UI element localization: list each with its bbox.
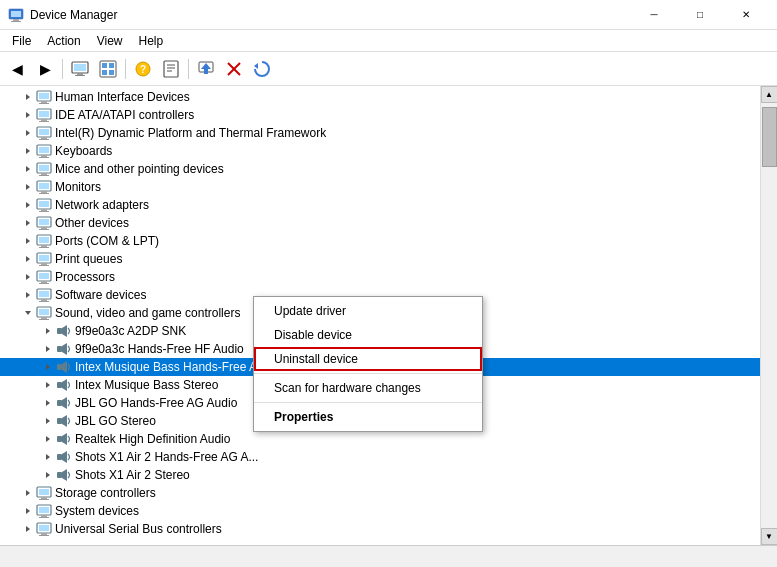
uninstall-toolbar-button[interactable] [221, 56, 247, 82]
tree-item-ports-com[interactable]: Ports (COM & LPT) [0, 232, 760, 250]
expand-icon-keyboards[interactable] [20, 143, 36, 159]
ctx-item-properties[interactable]: Properties [254, 405, 482, 429]
tree-label-usb-controllers: Universal Serial Bus controllers [55, 522, 222, 536]
close-button[interactable]: ✕ [723, 0, 769, 30]
expand-icon-ports-com[interactable] [20, 233, 36, 249]
expand-icon-print-queues[interactable] [20, 251, 36, 267]
show-resources-button[interactable] [95, 56, 121, 82]
svg-marker-39 [26, 148, 30, 154]
device-icon-realtek [56, 431, 72, 447]
device-icon-jbl-go [56, 413, 72, 429]
tree-item-mice[interactable]: Mice and other pointing devices [0, 160, 760, 178]
svg-marker-126 [26, 526, 30, 532]
svg-rect-15 [164, 61, 178, 77]
device-icon-intex-bass [56, 377, 72, 393]
app-icon [8, 7, 24, 23]
svg-text:?: ? [140, 64, 146, 75]
expand-icon-intex-bass-hf[interactable] [40, 359, 56, 375]
svg-rect-67 [41, 245, 47, 247]
menu-action[interactable]: Action [39, 32, 88, 50]
update-driver-toolbar-button[interactable] [193, 56, 219, 82]
svg-rect-46 [39, 165, 49, 171]
tree-item-ide-atapi[interactable]: IDE ATA/ATAPI controllers [0, 106, 760, 124]
device-icon-intel-dynamic [36, 125, 52, 141]
svg-marker-44 [26, 166, 30, 172]
expand-icon-sound-video[interactable] [20, 305, 36, 321]
scroll-track[interactable] [761, 103, 778, 528]
device-properties-button[interactable] [158, 56, 184, 82]
ctx-item-disable-device[interactable]: Disable device [254, 323, 482, 347]
tree-item-keyboards[interactable]: Keyboards [0, 142, 760, 160]
tree-item-usb-controllers[interactable]: Universal Serial Bus controllers [0, 520, 760, 538]
expand-icon-jbl-go-hf[interactable] [40, 395, 56, 411]
device-icon-network-adapters [36, 197, 52, 213]
title-bar-text: Device Manager [30, 8, 631, 22]
show-computer-button[interactable] [67, 56, 93, 82]
tree-item-human-interface[interactable]: Human Interface Devices [0, 88, 760, 106]
tree-item-monitors[interactable]: Monitors [0, 178, 760, 196]
scroll-up-button[interactable]: ▲ [761, 86, 778, 103]
expand-icon-other-devices[interactable] [20, 215, 36, 231]
expand-icon-system-devices[interactable] [20, 503, 36, 519]
tree-item-storage-controllers[interactable]: Storage controllers [0, 484, 760, 502]
menu-view[interactable]: View [89, 32, 131, 50]
svg-rect-26 [39, 93, 49, 99]
tree-label-9f-a2dp: 9f9e0a3c A2DP SNK [75, 324, 186, 338]
svg-rect-53 [39, 193, 49, 194]
help-button[interactable]: ? [130, 56, 156, 82]
tree-item-intel-dynamic[interactable]: Intel(R) Dynamic Platform and Thermal Fr… [0, 124, 760, 142]
expand-icon-realtek[interactable] [40, 431, 56, 447]
forward-button[interactable]: ▶ [32, 56, 58, 82]
menu-file[interactable]: File [4, 32, 39, 50]
tree-item-print-queues[interactable]: Print queues [0, 250, 760, 268]
expand-icon-human-interface[interactable] [20, 89, 36, 105]
svg-marker-74 [26, 274, 30, 280]
tree-item-realtek[interactable]: Realtek High Definition Audio [0, 430, 760, 448]
expand-icon-usb-controllers[interactable] [20, 521, 36, 537]
menu-help[interactable]: Help [131, 32, 172, 50]
expand-icon-intel-dynamic[interactable] [20, 125, 36, 141]
svg-marker-79 [26, 292, 30, 298]
expand-icon-intex-bass[interactable] [40, 377, 56, 393]
scrollbar[interactable]: ▲ ▼ [760, 86, 777, 545]
device-icon-storage-controllers [36, 485, 52, 501]
minimize-button[interactable]: ─ [631, 0, 677, 30]
back-button[interactable]: ◀ [4, 56, 30, 82]
svg-marker-103 [62, 397, 67, 409]
svg-rect-130 [39, 535, 49, 536]
expand-icon-processors[interactable] [20, 269, 36, 285]
scroll-thumb[interactable] [762, 107, 777, 167]
expand-icon-shots-x1-hf[interactable] [40, 449, 56, 465]
expand-icon-network-adapters[interactable] [20, 197, 36, 213]
scroll-down-button[interactable]: ▼ [761, 528, 778, 545]
toolbar-separator-1 [62, 59, 63, 79]
expand-icon-9f-a2dp[interactable] [40, 323, 56, 339]
ctx-item-update-driver[interactable]: Update driver [254, 299, 482, 323]
expand-icon-jbl-go[interactable] [40, 413, 56, 429]
scan-toolbar-button[interactable] [249, 56, 275, 82]
expand-icon-software-devices[interactable] [20, 287, 36, 303]
tree-item-network-adapters[interactable]: Network adapters [0, 196, 760, 214]
tree-item-shots-x1[interactable]: Shots X1 Air 2 Stereo [0, 466, 760, 484]
expand-icon-9f-hf[interactable] [40, 341, 56, 357]
ctx-item-uninstall-device[interactable]: Uninstall device [254, 347, 482, 371]
maximize-button[interactable]: □ [677, 0, 723, 30]
expand-icon-monitors[interactable] [20, 179, 36, 195]
expand-icon-ide-atapi[interactable] [20, 107, 36, 123]
tree-label-ports-com: Ports (COM & LPT) [55, 234, 159, 248]
svg-marker-98 [46, 382, 50, 388]
svg-marker-94 [62, 343, 67, 355]
ctx-item-scan-hardware[interactable]: Scan for hardware changes [254, 376, 482, 400]
svg-marker-106 [62, 415, 67, 427]
tree-item-system-devices[interactable]: System devices [0, 502, 760, 520]
expand-icon-storage-controllers[interactable] [20, 485, 36, 501]
tree-item-shots-x1-hf[interactable]: Shots X1 Air 2 Hands-Free AG A... [0, 448, 760, 466]
svg-rect-5 [74, 64, 86, 71]
tree-item-other-devices[interactable]: Other devices [0, 214, 760, 232]
tree-item-processors[interactable]: Processors [0, 268, 760, 286]
svg-rect-48 [39, 175, 49, 176]
expand-icon-shots-x1[interactable] [40, 467, 56, 483]
svg-marker-69 [26, 256, 30, 262]
expand-icon-mice[interactable] [20, 161, 36, 177]
main-area: Human Interface Devices IDE ATA/ATAPI co… [0, 86, 777, 545]
